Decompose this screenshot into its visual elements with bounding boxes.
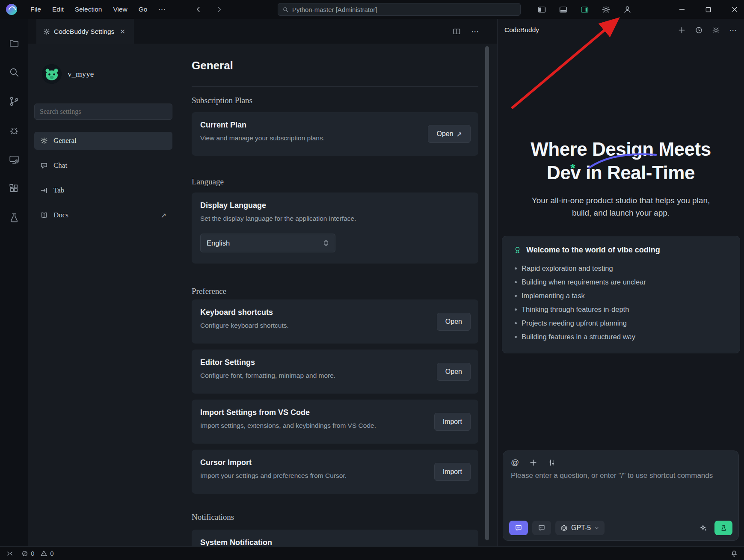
display-language-select[interactable]: English [200, 234, 335, 252]
toggle-secondary-sidebar-icon[interactable] [580, 5, 589, 14]
section-heading-language: Language [192, 177, 224, 187]
card-title: Editor Settings [200, 358, 255, 367]
settings-content: General Subscription Plans Current Plan … [192, 44, 478, 546]
history-back-icon[interactable] [195, 6, 202, 13]
tab-close-icon[interactable]: ✕ [118, 27, 127, 36]
attach-plus-icon[interactable] [529, 459, 537, 467]
activity-bar [0, 19, 28, 546]
card-title: System Notification [200, 538, 272, 546]
menu-more-icon[interactable]: ⋯ [153, 5, 171, 14]
card-keyboard-shortcuts: Keyboard shortcuts Configure keyboard sh… [192, 299, 478, 344]
window-minimize-button[interactable] [679, 6, 685, 13]
app-window: File Edit Selection View Go ⋯ [0, 0, 744, 560]
split-editor-icon[interactable] [453, 27, 461, 36]
send-button[interactable] [714, 521, 732, 535]
card-description: Configure font, formatting, minimap and … [200, 372, 335, 379]
card-vscode-import: Import Settings from VS Code Import sett… [192, 400, 478, 444]
section-heading-subscription: Subscription Plans [192, 96, 252, 105]
section-heading-notifications: Notifications [192, 513, 234, 522]
quick-chat-mode-button[interactable] [532, 521, 551, 535]
account-icon[interactable] [623, 5, 632, 14]
scrollbar-thumb[interactable] [485, 46, 489, 540]
chevron-down-icon [594, 525, 599, 530]
problems-indicator[interactable]: 0 0 [21, 550, 54, 557]
menu-go[interactable]: Go [133, 0, 153, 19]
card-title: Import Settings from VS Code [200, 408, 310, 417]
editor-more-actions-icon[interactable]: ⋯ [471, 27, 479, 36]
chat-bubble-icon [40, 162, 48, 169]
divider [192, 86, 478, 87]
menu-edit[interactable]: Edit [47, 0, 69, 19]
welcome-card-title: Welcome to the world of vibe coding [526, 246, 660, 255]
settings-search-box[interactable] [34, 104, 172, 120]
open-plan-button[interactable]: Open ↗ [428, 125, 471, 143]
settings-scrollbar[interactable] [485, 46, 489, 540]
tab-label: CodeBuddy Settings [54, 28, 114, 36]
import-cursor-button[interactable]: Import [434, 463, 471, 481]
panel-more-icon[interactable]: ⋯ [729, 25, 737, 35]
settings-gear-icon[interactable] [602, 5, 611, 14]
error-count: 0 [31, 550, 34, 557]
menu-selection[interactable]: Selection [69, 0, 108, 19]
settings-nav-chat[interactable]: Chat [34, 157, 172, 175]
open-editor-settings-button[interactable]: Open [437, 363, 471, 381]
gear-icon [43, 28, 50, 35]
card-description: View and manage your subscription plans. [200, 134, 325, 142]
notifications-bell-icon[interactable] [730, 550, 738, 557]
settings-nav-general[interactable]: General [34, 132, 172, 150]
chat-message-input[interactable] [511, 471, 731, 498]
settings-nav-tab[interactable]: Tab [34, 181, 172, 199]
open-keyboard-shortcuts-button[interactable]: Open [437, 313, 471, 331]
chat-mode-button[interactable] [509, 521, 528, 535]
source-control-icon[interactable] [9, 96, 20, 107]
search-sidebar-icon[interactable] [9, 67, 20, 78]
errors-icon [21, 550, 28, 557]
panel-settings-gear-icon[interactable] [712, 26, 720, 34]
testing-icon[interactable] [9, 212, 20, 223]
window-maximize-button[interactable] [705, 6, 711, 13]
list-item: Building when requirements are unclear [513, 275, 729, 289]
card-title: Display Language [200, 201, 266, 210]
mention-icon[interactable]: @ [511, 458, 519, 467]
list-item: Thinking through features in-depth [513, 302, 729, 316]
settings-search-input[interactable] [40, 108, 167, 116]
history-icon[interactable] [695, 26, 703, 34]
titlebar: File Edit Selection View Go ⋯ [0, 0, 744, 19]
enhance-sparkle-icon[interactable] [699, 524, 708, 532]
card-display-language: Display Language Set the display languag… [192, 193, 478, 264]
model-selector[interactable]: GPT-5 [555, 521, 605, 535]
settings-nav-label: Docs [53, 211, 68, 219]
toggle-panel-icon[interactable] [559, 5, 568, 14]
remote-indicator-icon[interactable] [6, 550, 14, 557]
run-debug-icon[interactable] [9, 125, 20, 136]
tab-codebuddy-settings[interactable]: CodeBuddy Settings ✕ [36, 19, 134, 44]
remote-explorer-icon[interactable] [9, 154, 20, 165]
card-title: Keyboard shortcuts [200, 308, 273, 317]
command-search-box[interactable] [278, 3, 521, 16]
settings-nav-label: General [53, 136, 77, 145]
tab-bar: CodeBuddy Settings ✕ ⋯ [28, 19, 497, 44]
card-description: Import your settings and preferences fro… [200, 472, 347, 480]
window-close-button[interactable] [731, 6, 738, 13]
import-vscode-button[interactable]: Import [434, 413, 471, 431]
tools-sliders-icon[interactable] [548, 459, 556, 467]
settings-nav-docs[interactable]: Docs ↗ [34, 206, 172, 224]
hero-section: Where Design Meets Dev in Real-Time * Yo… [498, 138, 744, 219]
app-logo-icon [6, 4, 17, 15]
extensions-icon[interactable] [9, 183, 20, 194]
toggle-primary-sidebar-icon[interactable] [537, 5, 546, 14]
menu-view[interactable]: View [107, 0, 133, 19]
card-description: Import settings, extensions, and keybind… [200, 422, 376, 430]
command-search-input[interactable] [292, 6, 516, 13]
tab-key-icon [40, 187, 48, 194]
welcome-card: Welcome to the world of vibe coding Rapi… [502, 236, 740, 353]
warning-count: 0 [50, 550, 53, 557]
list-item: Projects needing upfront planning [513, 316, 729, 330]
new-chat-icon[interactable] [678, 26, 686, 34]
menu-file[interactable]: File [25, 0, 47, 19]
settings-nav-label: Chat [53, 161, 67, 170]
card-description: Configure keyboard shortcuts. [200, 322, 289, 329]
history-forward-icon[interactable] [215, 6, 223, 13]
card-current-plan: Current Plan View and manage your subscr… [192, 112, 478, 156]
explorer-icon[interactable] [9, 38, 20, 49]
